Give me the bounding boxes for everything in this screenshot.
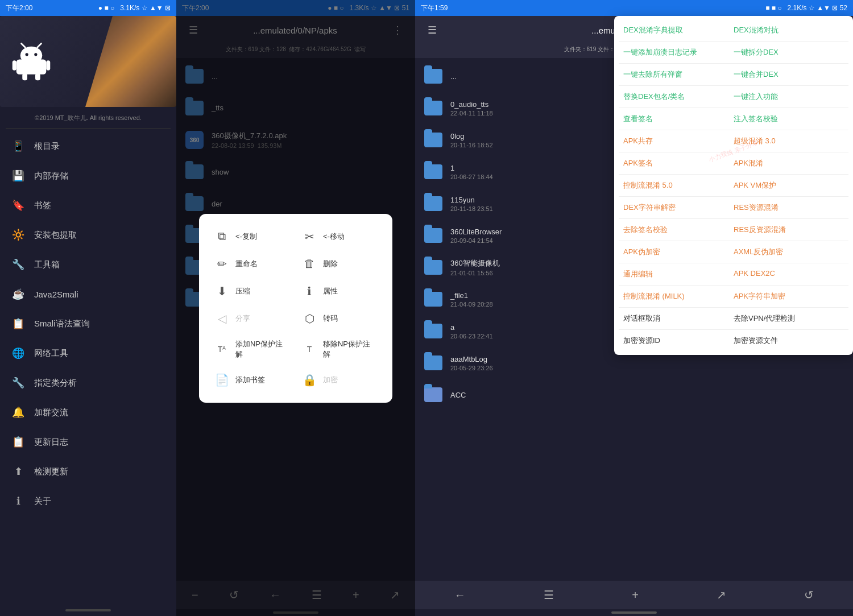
tools-row-3: 一键去除所有弹窗 一键合并DEX — [614, 65, 853, 84]
nav-label-about: 关于 — [34, 496, 165, 507]
bottom-menu-right[interactable]: ☰ — [539, 586, 558, 604]
tools-row-9: DEX字符串解密 RES资源混淆 — [614, 198, 853, 217]
tool-divider-7 — [619, 174, 848, 175]
status-time-left: 下午2:00 — [6, 3, 32, 13]
folder-icon-acc — [423, 385, 444, 405]
status-icons-left: ● ■ ○ 3.1K/s ☆ ▲▼ ⊠ — [98, 4, 171, 12]
nav-item-network-tools[interactable]: 🌐 网络工具 — [0, 338, 176, 368]
svg-point-2 — [26, 53, 28, 56]
nav-item-bookmark[interactable]: 🔖 书签 — [0, 191, 176, 220]
delete-label: 删除 — [323, 259, 338, 269]
nav-item-root[interactable]: 📱 根目录 — [0, 131, 176, 161]
tool-general-edit[interactable]: 通用编辑 — [623, 269, 734, 279]
menu-item-copy[interactable]: ⧉ <-复制 — [208, 223, 296, 250]
nav-item-java2smali[interactable]: ☕ Java2Smali — [0, 279, 176, 309]
tools-row-7: APK签名 APK混淆 — [614, 154, 853, 173]
tool-inject-sig-verify[interactable]: 注入签名校验 — [734, 114, 844, 124]
context-menu-overlay: ⧉ <-复制 ✂ <-移动 ✏ 重命名 🗑 删除 ⬇ 压缩 ℹ — [176, 0, 415, 616]
menu-item-add-bookmark[interactable]: 📄 添加书签 — [208, 366, 296, 394]
tool-remove-vpn-check[interactable]: 去除VPN/代理检测 — [734, 313, 844, 324]
tool-apk-coexist[interactable]: APK共存 — [623, 136, 734, 146]
tool-dialog-cancel[interactable]: 对话框取消 — [623, 313, 734, 324]
delete-icon: 🗑 — [301, 257, 317, 270]
file-item-acc[interactable]: ACC — [415, 379, 853, 411]
tool-apk-obf[interactable]: APK混淆 — [734, 158, 844, 168]
rename-label: 重命名 — [235, 259, 258, 269]
tool-flow-obf-milk[interactable]: 控制流混淆 (MILK) — [623, 291, 734, 301]
nav-label-check-update: 检测更新 — [34, 466, 165, 477]
folder-icon-aaaMtbLog — [423, 353, 444, 373]
tool-merge-dex[interactable]: 一键合并DEX — [734, 69, 844, 80]
home-indicator-right — [611, 611, 657, 614]
status-icons-right: ■ ■ ○ 2.1K/s ☆ ▲▼ ⊠ 52 — [765, 4, 847, 12]
nav-item-apk-extract[interactable]: 🔆 安装包提取 — [0, 220, 176, 250]
menu-item-transcode[interactable]: ⬡ 转码 — [296, 305, 383, 332]
menu-item-share[interactable]: ◁ 分享 — [208, 305, 296, 332]
menu-item-delete[interactable]: 🗑 删除 — [296, 250, 383, 278]
tool-divider-2 — [619, 63, 848, 64]
menu-item-rename[interactable]: ✏ 重命名 — [208, 250, 296, 278]
nav-item-type-analysis[interactable]: 🔧 指定类分析 — [0, 368, 176, 398]
android-logo — [11, 42, 51, 81]
menu-item-encrypt[interactable]: 🔒 加密 — [296, 366, 383, 394]
nav-item-changelog[interactable]: 📋 更新日志 — [0, 427, 176, 457]
tool-apk-dex2c[interactable]: APK DEX2C — [734, 269, 844, 279]
bottom-add-right[interactable]: + — [627, 586, 643, 604]
folder-icon-360lite — [423, 225, 444, 246]
nav-item-toolbox[interactable]: 🔧 工具箱 — [0, 250, 176, 279]
tool-divider-3 — [619, 85, 848, 86]
nav-label-root: 根目录 — [34, 141, 165, 152]
remove-np-icon: T — [301, 345, 317, 354]
tool-axml-anti-fake[interactable]: AXML反伪加密 — [734, 247, 844, 257]
menu-item-properties[interactable]: ℹ 属性 — [296, 278, 383, 305]
changelog-icon: 📋 — [11, 435, 25, 449]
menu-item-remove-np[interactable]: T 移除NP保护注解 — [296, 332, 383, 366]
nav-item-group[interactable]: 🔔 加群交流 — [0, 398, 176, 427]
menu-item-move[interactable]: ✂ <-移动 — [296, 223, 383, 250]
move-label: <-移动 — [323, 231, 345, 242]
nav-item-internal[interactable]: 💾 内部存储 — [0, 161, 176, 191]
menu-item-compress[interactable]: ⬇ 压缩 — [208, 278, 296, 305]
tools-row-15: 加密资源ID 加密资源文件 — [614, 331, 853, 350]
nav-item-about[interactable]: ℹ 关于 — [0, 486, 176, 516]
tool-encrypt-res-file[interactable]: 加密资源文件 — [734, 336, 844, 346]
tool-remove-sig-verify[interactable]: 去除签名校验 — [623, 225, 734, 235]
bottom-nav-right[interactable]: ↗ — [712, 586, 731, 604]
tool-dex-obf-counter[interactable]: DEX混淆对抗 — [734, 25, 844, 35]
tool-remove-popups[interactable]: 一键去除所有弹窗 — [623, 69, 734, 80]
bottom-back-right[interactable]: ← — [450, 586, 470, 604]
tool-encrypt-res-id[interactable]: 加密资源ID — [623, 336, 734, 346]
folder-icon-115yun — [423, 193, 444, 214]
tool-view-signature[interactable]: 查看签名 — [623, 114, 734, 124]
remove-np-label: 移除NP保护注解 — [323, 339, 378, 359]
bottom-refresh-right[interactable]: ↺ — [800, 586, 818, 604]
middle-panel: 下午2:00 ● ■ ○ 1.3K/s ☆ ▲▼ ⊠ 51 ☰ ...emula… — [176, 0, 415, 616]
tool-split-dex[interactable]: 一键拆分DEX — [734, 47, 844, 57]
tool-res-anti-obf[interactable]: RES反资源混淆 — [734, 225, 844, 235]
tool-apk-vm[interactable]: APK VM保护 — [734, 180, 844, 191]
tool-divider-8 — [619, 196, 848, 197]
tool-apk-str-encrypt[interactable]: APK字符串加密 — [734, 291, 844, 301]
tool-super-obf[interactable]: 超级混淆 3.0 — [734, 136, 844, 146]
tool-divider-5 — [619, 130, 848, 130]
tool-add-crash-log[interactable]: 一键添加崩溃日志记录 — [623, 47, 734, 57]
tool-apk-sign[interactable]: APK签名 — [623, 158, 734, 168]
nav-item-smali-query[interactable]: 📋 Smali语法查询 — [0, 309, 176, 338]
about-icon: ℹ — [11, 494, 25, 508]
tool-dex-str-decrypt[interactable]: DEX字符串解密 — [623, 202, 734, 213]
menu-icon-right[interactable]: ☰ — [425, 22, 439, 39]
tool-apk-fake-encrypt[interactable]: APK伪加密 — [623, 247, 734, 257]
analysis-icon: 🔧 — [11, 376, 25, 390]
transcode-icon: ⬡ — [301, 312, 317, 325]
group-icon: 🔔 — [11, 406, 25, 419]
tool-flow-obf-50[interactable]: 控制流混淆 5.0 — [623, 180, 734, 191]
nav-item-check-update[interactable]: ⬆ 检测更新 — [0, 457, 176, 486]
svg-point-3 — [34, 53, 37, 56]
tool-replace-dex-package[interactable]: 替换DEX包名/类名 — [623, 92, 734, 102]
svg-rect-9 — [35, 73, 40, 80]
tool-res-obf[interactable]: RES资源混淆 — [734, 202, 844, 213]
nav-label-apk-extract: 安装包提取 — [34, 230, 165, 241]
tool-inject-function[interactable]: 一键注入功能 — [734, 92, 844, 102]
menu-item-add-np[interactable]: Tᴬ 添加NP保护注解 — [208, 332, 296, 366]
tool-dex-dict-extract[interactable]: DEX混淆字典提取 — [623, 25, 734, 35]
